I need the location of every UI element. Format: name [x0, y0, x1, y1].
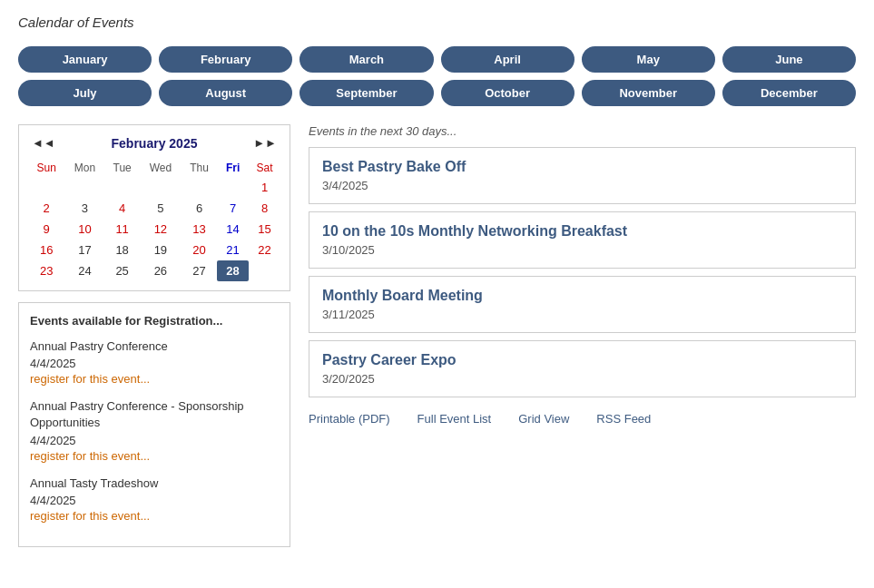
calendar-day[interactable]: 19 — [140, 240, 182, 260]
registration-event: Annual Pastry Conference - Sponsorship O… — [30, 398, 279, 462]
month-btn-january[interactable]: January — [18, 46, 152, 73]
calendar-day[interactable]: 16 — [28, 240, 64, 260]
event-card[interactable]: 10 on the 10s Monthly Networking Breakfa… — [309, 211, 856, 269]
calendar-day[interactable]: 24 — [64, 260, 104, 281]
calendar-day[interactable]: 26 — [140, 260, 182, 281]
calendar-widget: ◄◄ February 2025 ►► Sun Mon Tue Wed Thu … — [18, 124, 290, 291]
calendar-day — [64, 177, 104, 198]
reg-event-link[interactable]: register for this event... — [30, 372, 150, 386]
calendar-day — [140, 177, 182, 198]
calendar-day[interactable]: 10 — [64, 219, 104, 240]
month-btn-september[interactable]: September — [300, 80, 433, 106]
next-month-button[interactable]: ►► — [250, 134, 280, 152]
month-btn-october[interactable]: October — [441, 80, 574, 106]
month-btn-july[interactable]: July — [18, 80, 152, 106]
calendar-day[interactable]: 14 — [217, 219, 249, 240]
calendar-day[interactable]: 20 — [182, 240, 217, 260]
col-sun: Sun — [28, 159, 64, 177]
calendar-day[interactable]: 9 — [28, 219, 64, 240]
event-card-title: Best Pastry Bake Off — [322, 159, 842, 175]
reg-event-link[interactable]: register for this event... — [30, 449, 150, 463]
calendar-day[interactable]: 22 — [249, 240, 280, 260]
calendar-day[interactable]: 17 — [64, 240, 104, 260]
calendar-title: February 2025 — [112, 136, 198, 151]
month-btn-august[interactable]: August — [159, 80, 292, 106]
calendar-day[interactable]: 21 — [217, 240, 249, 260]
event-cards: Best Pastry Bake Off3/4/202510 on the 10… — [309, 147, 856, 397]
month-btn-march[interactable]: March — [300, 46, 433, 73]
calendar-day[interactable]: 3 — [64, 198, 104, 219]
calendar-day[interactable]: 18 — [105, 240, 140, 260]
calendar-grid: Sun Mon Tue Wed Thu Fri Sat 123456789101… — [28, 159, 280, 281]
event-card[interactable]: Best Pastry Bake Off3/4/2025 — [309, 147, 856, 204]
event-card[interactable]: Monthly Board Meeting3/11/2025 — [309, 276, 856, 333]
calendar-day — [28, 177, 64, 198]
event-card-title: Monthly Board Meeting — [322, 288, 842, 304]
calendar-week: 16171819202122 — [28, 240, 280, 260]
calendar-day[interactable]: 11 — [105, 219, 140, 240]
calendar-day[interactable]: 8 — [249, 198, 280, 219]
calendar-week: 232425262728 — [28, 260, 280, 281]
calendar-week: 9101112131415 — [28, 219, 280, 240]
reg-event-name: Annual Pastry Conference - Sponsorship O… — [30, 398, 279, 431]
calendar-day[interactable]: 6 — [182, 198, 217, 219]
month-btn-february[interactable]: February — [159, 46, 292, 73]
footer-link-printable-pdf-[interactable]: Printable (PDF) — [309, 412, 390, 426]
right-panel: Events in the next 30 days... Best Pastr… — [309, 124, 856, 426]
calendar-day[interactable]: 15 — [249, 219, 280, 240]
calendar-day[interactable]: 12 — [140, 219, 182, 240]
prev-month-button[interactable]: ◄◄ — [28, 134, 59, 152]
event-card[interactable]: Pastry Career Expo3/20/2025 — [309, 340, 856, 397]
month-btn-december[interactable]: December — [722, 80, 856, 106]
month-btn-november[interactable]: November — [582, 80, 715, 106]
calendar-day[interactable]: 23 — [28, 260, 64, 281]
col-mon: Mon — [64, 159, 104, 177]
calendar-day — [182, 177, 217, 198]
footer-link-rss-feed[interactable]: RSS Feed — [596, 412, 651, 426]
registration-header: Events available for Registration... — [30, 314, 279, 328]
calendar-day[interactable]: 28 — [217, 260, 249, 281]
reg-event-date: 4/4/2025 — [30, 494, 279, 507]
calendar-header: ◄◄ February 2025 ►► — [28, 134, 280, 152]
col-sat: Sat — [249, 159, 280, 177]
month-btn-june[interactable]: June — [722, 46, 856, 73]
calendar-day[interactable]: 1 — [249, 177, 280, 198]
footer-link-full-event-list[interactable]: Full Event List — [417, 412, 492, 426]
event-card-date: 3/20/2025 — [322, 372, 842, 386]
calendar-days-header: Sun Mon Tue Wed Thu Fri Sat — [28, 159, 280, 177]
month-grid: JanuaryFebruaryMarchAprilMayJuneJulyAugu… — [18, 46, 856, 106]
event-card-date: 3/4/2025 — [322, 179, 842, 192]
col-thu: Thu — [182, 159, 217, 177]
calendar-day[interactable]: 7 — [217, 198, 249, 219]
col-tue: Tue — [105, 159, 140, 177]
month-btn-april[interactable]: April — [441, 46, 574, 73]
calendar-day[interactable]: 2 — [28, 198, 64, 219]
reg-event-name: Annual Pastry Conference — [30, 338, 279, 355]
page-title: Calendar of Events — [18, 15, 856, 30]
upcoming-events-header: Events in the next 30 days... — [309, 124, 856, 138]
registration-event: Annual Tasty Tradeshow4/4/2025register f… — [30, 475, 279, 523]
col-fri: Fri — [217, 159, 249, 177]
reg-event-name: Annual Tasty Tradeshow — [30, 475, 279, 492]
left-panel: ◄◄ February 2025 ►► Sun Mon Tue Wed Thu … — [18, 124, 290, 547]
registration-event: Annual Pastry Conference4/4/2025register… — [30, 338, 279, 386]
col-wed: Wed — [140, 159, 182, 177]
calendar-day[interactable]: 13 — [182, 219, 217, 240]
calendar-body: 1234567891011121314151617181920212223242… — [28, 177, 280, 281]
calendar-day — [217, 177, 249, 198]
reg-event-date: 4/4/2025 — [30, 434, 279, 447]
main-content: ◄◄ February 2025 ►► Sun Mon Tue Wed Thu … — [18, 124, 856, 547]
footer-link-grid-view[interactable]: Grid View — [518, 412, 569, 426]
calendar-day[interactable]: 4 — [105, 198, 140, 219]
calendar-day[interactable]: 5 — [140, 198, 182, 219]
calendar-week: 1 — [28, 177, 280, 198]
footer-links: Printable (PDF)Full Event ListGrid ViewR… — [309, 412, 856, 426]
registration-box: Events available for Registration... Ann… — [18, 302, 290, 547]
registration-events: Annual Pastry Conference4/4/2025register… — [30, 338, 279, 523]
reg-event-link[interactable]: register for this event... — [30, 509, 150, 523]
calendar-day[interactable]: 25 — [105, 260, 140, 281]
month-btn-may[interactable]: May — [582, 46, 715, 73]
calendar-day[interactable]: 27 — [182, 260, 217, 281]
event-card-title: 10 on the 10s Monthly Networking Breakfa… — [322, 223, 842, 240]
event-card-date: 3/10/2025 — [322, 243, 842, 257]
